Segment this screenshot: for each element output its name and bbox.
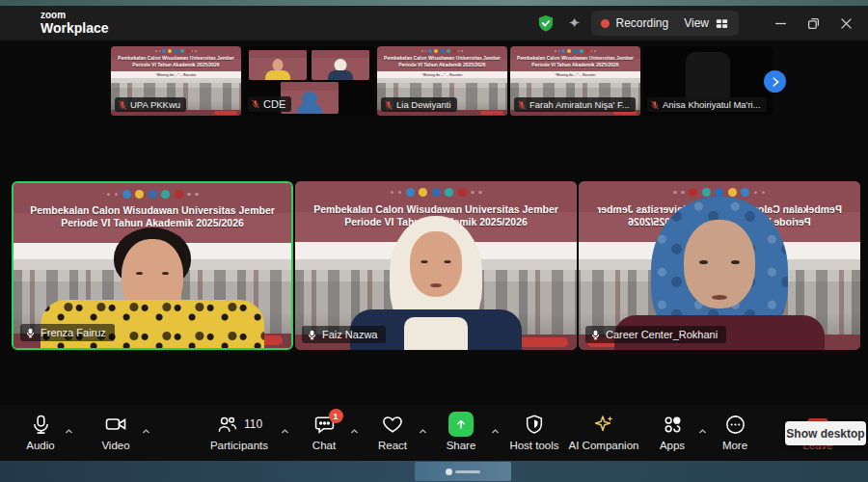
participants-button[interactable]: 110 Participants: [193, 412, 285, 451]
mic-icon: [590, 330, 601, 340]
apps-icon: [662, 414, 684, 436]
more-ellipsis-icon: [724, 414, 746, 436]
mic-icon: [307, 330, 317, 340]
mic-icon: [25, 328, 36, 338]
video-menu-caret[interactable]: [142, 427, 150, 436]
chat-unread-badge: 1: [329, 409, 343, 423]
thumbnail-anisa[interactable]: Anisa Khoiriyatul Ma'ri...: [643, 46, 773, 116]
share-button[interactable]: Share: [420, 412, 502, 451]
participant-name-label: Anisa Khoiriyatul Ma'ri...: [647, 97, 767, 112]
close-button[interactable]: [829, 9, 862, 38]
participant-name-label: Career Center_Rokhani: [585, 326, 726, 343]
heart-icon: [381, 413, 404, 436]
zoom-meeting-window: zoom Workplace ✦ Recording View: [0, 0, 868, 482]
participant-name-label: Frenza Fairuz: [20, 324, 115, 341]
security-shield-icon[interactable]: [533, 11, 558, 36]
mic-icon: [30, 414, 52, 436]
camera-icon: [104, 413, 127, 436]
muted-mic-icon: [118, 100, 127, 110]
participant-video-person: [295, 181, 577, 350]
mini-tile: [312, 50, 369, 80]
audio-menu-caret[interactable]: [65, 427, 73, 436]
brand-workplace: Workplace: [41, 21, 109, 36]
participant-name-label: Faiz Nazwa: [302, 326, 386, 343]
thumbnail-upa-pkkwu[interactable]: Pembekalan Calon Wisudawan Universitas J…: [111, 46, 241, 116]
logo-row: [111, 49, 241, 53]
titlebar: zoom Workplace ✦ Recording View: [0, 6, 868, 40]
video-tile-faiz[interactable]: Pembekalan Calon Wisudawan Universitas J…: [295, 181, 577, 350]
banner-line1: Pembekalan Calon Wisudawan Universitas J…: [111, 55, 241, 61]
ai-sparkle-icon[interactable]: ✦: [562, 11, 587, 36]
recording-dot-icon: [601, 19, 610, 28]
share-screen-icon: [448, 412, 474, 437]
view-button[interactable]: View: [684, 16, 729, 31]
banner-tagline: “Winning the …” … Recruiter: [156, 73, 197, 77]
recording-label: Recording: [616, 16, 669, 30]
audio-button[interactable]: Audio: [0, 412, 81, 451]
participant-name-label: Farah Amiratun Nişa' F...: [514, 97, 636, 112]
participants-icon: [216, 414, 238, 436]
muted-mic-icon: [650, 100, 660, 110]
banner-line2: Periode VI Tahun Akademik 2025/2026: [111, 62, 241, 67]
show-desktop-tooltip: Show desktop: [785, 421, 866, 445]
view-label: View: [684, 16, 709, 30]
mini-tile: [249, 50, 307, 80]
video-tile-rokhani[interactable]: Pembekalan Calon Wisudawan Universitas J…: [579, 181, 860, 350]
thumbnail-cde[interactable]: CDE: [244, 46, 374, 116]
participant-name-label: CDE: [248, 96, 291, 112]
restore-button[interactable]: [797, 9, 829, 38]
muted-mic-icon: [517, 100, 527, 110]
thumbnail-lia-dewiyanti[interactable]: Pembekalan Calon Wisudawan Universitas J…: [377, 46, 507, 116]
participant-video-person: [579, 181, 860, 350]
participant-name-label: Lia Dewiyanti: [381, 97, 457, 112]
zoom-workplace-logo: zoom Workplace: [41, 11, 109, 35]
meeting-toolbar: Audio Video 110 Participants 1: [0, 405, 868, 461]
next-page-arrow-button[interactable]: [764, 70, 786, 93]
desktop-wallpaper-logo: [415, 462, 511, 481]
minimize-button[interactable]: [764, 9, 797, 38]
thumbnail-farah[interactable]: Pembekalan Calon Wisudawan Universitas J…: [510, 46, 640, 116]
recording-indicator[interactable]: Recording View: [591, 11, 740, 36]
chevron-right-icon: [771, 77, 780, 87]
view-grid-icon: [715, 16, 729, 31]
muted-mic-icon: [384, 100, 393, 110]
more-button[interactable]: More: [694, 412, 775, 451]
video-tile-frenza[interactable]: Pembekalan Calon Wisudawan Universitas J…: [12, 181, 293, 350]
muted-mic-icon: [251, 99, 260, 109]
video-grid: Pembekalan Calon Wisudawan Universitas J…: [0, 181, 868, 350]
participants-count: 110: [244, 417, 262, 431]
participant-name-label: UPA PKKwu: [115, 97, 186, 112]
ai-companion-sparkle-icon: [592, 413, 615, 436]
host-tools-shield-icon: [524, 414, 545, 435]
video-button[interactable]: Video: [75, 412, 156, 451]
